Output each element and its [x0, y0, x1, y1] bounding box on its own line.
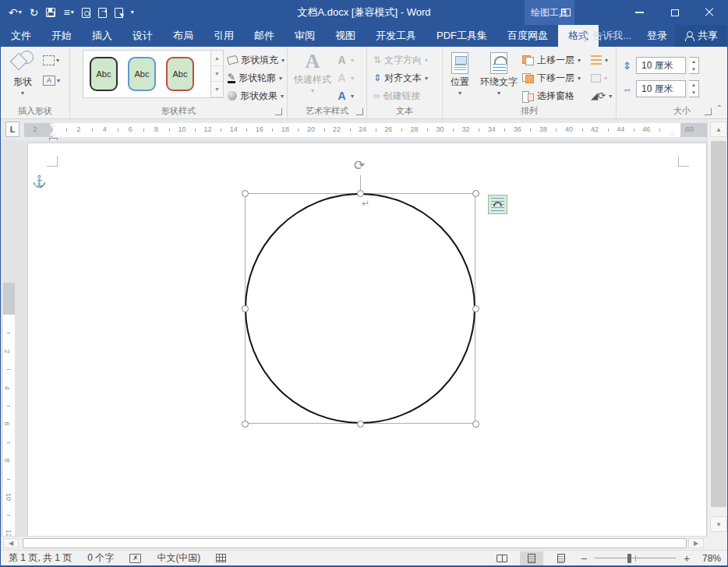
collapse-ribbon-button[interactable]: ⌃ [716, 104, 723, 112]
text-box-button[interactable]: A▾ [43, 72, 66, 89]
tab-视图[interactable]: 视图 [325, 25, 366, 47]
shapes-button[interactable]: 形状 ▾ [5, 48, 40, 101]
customize-qat-button[interactable]: ▾ [131, 9, 134, 16]
print-layout-button[interactable] [520, 551, 543, 565]
save-button[interactable] [46, 8, 55, 17]
scroll-up-button[interactable]: ▲ [710, 122, 727, 137]
shape-height-spinner[interactable]: ▲▼ [689, 57, 699, 74]
scroll-down-button[interactable]: ▼ [710, 516, 727, 532]
gallery-down-button[interactable]: ▼ [211, 66, 223, 82]
edit-shape-button[interactable]: ▾ [43, 51, 66, 69]
shape-height-input[interactable]: 10 厘米 [636, 57, 686, 74]
width-spin-up[interactable]: ▲ [689, 81, 698, 89]
wordart-dialog-launcher[interactable] [356, 108, 363, 115]
gallery-up-button[interactable]: ▲ [211, 51, 223, 66]
height-spin-down[interactable]: ▼ [689, 65, 698, 73]
shape-style-option-3[interactable]: Abc [166, 57, 194, 91]
tab-设计[interactable]: 设计 [122, 25, 163, 47]
resize-handle-bottom-right[interactable] [472, 421, 479, 428]
resize-handle-top-right[interactable] [472, 190, 479, 197]
gallery-more-button[interactable]: ▼ [211, 82, 223, 97]
wrap-text-button[interactable]: 环绕文字 ▾ [477, 48, 521, 101]
scroll-right-button[interactable]: ▶ [688, 538, 704, 548]
input-mode-icon[interactable] [216, 554, 226, 562]
close-button[interactable] [693, 0, 726, 25]
resize-handle-top-center[interactable] [357, 190, 364, 197]
share-button[interactable]: 共享 [675, 25, 727, 47]
quick-styles-button[interactable]: A 快速样式 ▾ [292, 48, 333, 101]
repeat-button[interactable]: ↻ [30, 7, 39, 18]
shape-effects-button[interactable]: 形状效果▾ [228, 87, 284, 104]
format-list-button[interactable]: ≡▾ [63, 7, 73, 18]
rotation-handle[interactable]: ⟳ [354, 157, 365, 174]
zoom-slider[interactable] [595, 553, 676, 564]
resize-handle-bottom-left[interactable] [242, 421, 249, 428]
format-list-dropdown-icon[interactable]: ▾ [71, 9, 74, 16]
resize-handle-top-left[interactable] [242, 190, 249, 197]
tab-文件[interactable]: 文件 [1, 25, 41, 47]
tab-PDF工具集[interactable]: PDF工具集 [426, 25, 497, 47]
shape-outline-button[interactable]: ✎ 形状轮廓▾ [228, 69, 282, 86]
align-text-button[interactable]: ⇕ 对齐文本▾ [373, 69, 428, 86]
shape-width-input[interactable]: 10 厘米 [636, 80, 686, 97]
selection-pane-button[interactable]: 选择窗格 [522, 87, 574, 104]
vertical-scrollbar[interactable]: ▲ ▼ [707, 119, 728, 536]
text-effects-button[interactable]: A▾ [336, 87, 354, 104]
text-fill-button[interactable]: A▾ [336, 51, 354, 69]
tab-百度网盘[interactable]: 百度网盘 [497, 25, 558, 47]
tab-开发工具[interactable]: 开发工具 [366, 25, 426, 47]
width-spin-down[interactable]: ▼ [689, 89, 698, 97]
bring-forward-button[interactable]: 上移一层▾ [522, 51, 581, 69]
text-outline-button[interactable]: A▾ [336, 69, 354, 86]
zoom-percentage[interactable]: 78% [698, 553, 721, 564]
resize-handle-middle-left[interactable] [242, 305, 249, 312]
minimize-button[interactable] [623, 0, 656, 25]
read-mode-button[interactable] [490, 551, 514, 565]
undo-button[interactable]: ↶▾ [9, 7, 22, 18]
align-objects-button[interactable]: ▾ [591, 51, 608, 69]
size-dialog-launcher[interactable] [705, 108, 712, 115]
language-status[interactable]: 中文(中国) [157, 551, 200, 565]
circle-shape[interactable] [245, 193, 475, 424]
proofing-status-icon[interactable]: ✗ [129, 554, 141, 563]
document-page[interactable]: ⚓ ↵ ⟳ [27, 143, 707, 536]
layout-options-button[interactable] [488, 195, 507, 214]
tab-审阅[interactable]: 审阅 [284, 25, 325, 47]
tab-开始[interactable]: 开始 [41, 25, 82, 47]
maximize-button[interactable] [659, 0, 691, 25]
group-objects-button[interactable]: ▾ [591, 69, 607, 86]
shape-style-option-2[interactable]: Abc [128, 57, 156, 91]
shape-width-spinner[interactable]: ▲▼ [689, 80, 699, 97]
web-layout-button[interactable] [550, 551, 573, 565]
rotate-objects-button[interactable]: ◢⟳▾ [591, 87, 612, 104]
tab-插入[interactable]: 插入 [82, 25, 122, 47]
new-window-button[interactable] [98, 8, 107, 18]
send-backward-button[interactable]: 下移一层▾ [522, 69, 581, 86]
resize-handle-bottom-center[interactable] [357, 421, 364, 428]
resize-handle-middle-right[interactable] [472, 305, 479, 312]
zoom-out-button[interactable]: − [579, 552, 588, 565]
shape-style-option-1[interactable]: Abc [90, 57, 118, 91]
sign-in-button[interactable]: 登录 [639, 29, 675, 43]
page-number-status[interactable]: 第 1 页, 共 1 页 [9, 551, 72, 565]
horizontal-scrollbar[interactable]: ◀ ▶ [1, 536, 707, 550]
zoom-in-button[interactable]: + [682, 552, 691, 565]
word-count-status[interactable]: 0 个字 [87, 551, 114, 565]
shape-selection-box[interactable]: ⟳ [245, 193, 475, 424]
shape-styles-dialog-launcher[interactable] [275, 108, 282, 115]
tab-引用[interactable]: 引用 [203, 25, 244, 47]
print-preview-button[interactable] [82, 8, 90, 18]
position-button[interactable]: 位置 ▾ [444, 48, 475, 101]
tell-me-button[interactable]: 告诉我... [574, 29, 639, 43]
create-link-button[interactable]: ∞ 创建链接 [373, 87, 421, 104]
horizontal-scrollbar-thumb[interactable] [23, 538, 687, 548]
text-direction-button[interactable]: ⇅ 文字方向▾ [373, 51, 428, 69]
height-spin-up[interactable]: ▲ [689, 58, 698, 65]
tab-邮件[interactable]: 邮件 [244, 25, 284, 47]
tab-布局[interactable]: 布局 [163, 25, 203, 47]
shape-fill-button[interactable]: 形状填充▾ [228, 51, 284, 69]
vertical-scrollbar-thumb[interactable] [711, 141, 726, 507]
undo-dropdown-icon[interactable]: ▾ [19, 9, 22, 16]
tab-stop-selector[interactable]: L [5, 122, 19, 137]
scroll-left-button[interactable]: ◀ [3, 538, 19, 548]
